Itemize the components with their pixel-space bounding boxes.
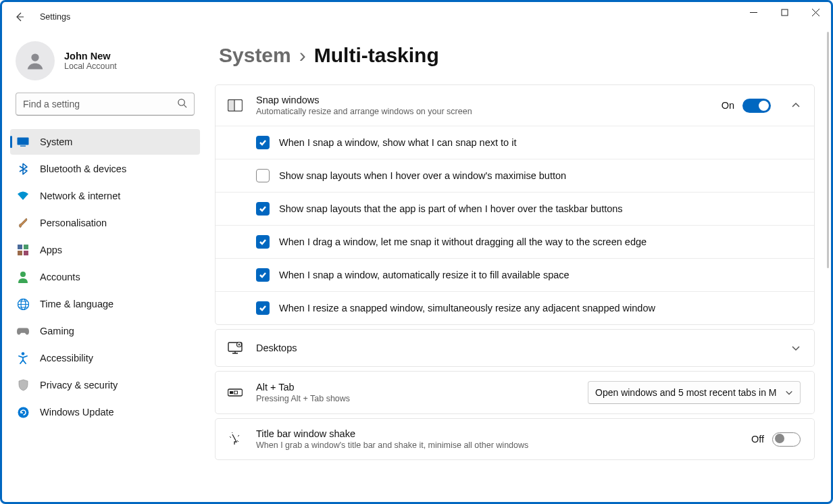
alt-tab-select-value: Open windows and 5 most recent tabs in M (595, 387, 780, 398)
checkbox[interactable] (256, 136, 270, 149)
sidebar: John New Local Account SystemBluetooth &… (2, 32, 208, 502)
snap-option-row[interactable]: Show snap layouts that the app is part o… (216, 192, 814, 225)
sidebar-item-time[interactable]: Time & language (10, 291, 200, 317)
svg-rect-19 (230, 391, 233, 394)
snap-windows-header[interactable]: Snap windows Automatically resize and ar… (216, 85, 814, 126)
update-icon (17, 406, 29, 418)
sidebar-item-update[interactable]: Windows Update (10, 399, 200, 425)
alt-tab-card: Alt + Tab Pressing Alt + Tab shows Open … (215, 371, 815, 414)
svg-rect-8 (24, 251, 28, 255)
minimize-button[interactable] (738, 2, 769, 22)
alt-tab-select[interactable]: Open windows and 5 most recent tabs in M (588, 381, 801, 404)
svg-rect-6 (24, 245, 28, 249)
sidebar-item-bluetooth[interactable]: Bluetooth & devices (10, 156, 200, 182)
snap-windows-card: Snap windows Automatically resize and ar… (215, 84, 815, 325)
breadcrumb: System › Multi-tasking (219, 44, 815, 67)
sidebar-item-apps[interactable]: Apps (10, 237, 200, 263)
desktops-card[interactable]: Desktops (215, 329, 815, 367)
alt-tab-title: Alt + Tab (256, 382, 576, 393)
accessibility-icon (17, 352, 29, 364)
wifi-icon (17, 190, 29, 202)
apps-icon (17, 244, 29, 256)
sidebar-item-accessibility[interactable]: Accessibility (10, 345, 200, 371)
svg-point-12 (22, 352, 25, 355)
svg-rect-15 (228, 100, 234, 111)
chevron-up-icon (791, 101, 801, 110)
svg-point-2 (178, 99, 184, 105)
close-button[interactable] (800, 2, 831, 22)
sidebar-item-accounts[interactable]: Accounts (10, 264, 200, 290)
snap-subtitle: Automatically resize and arrange windows… (256, 107, 709, 116)
breadcrumb-parent[interactable]: System (219, 44, 291, 67)
svg-point-1 (31, 53, 39, 61)
shake-toggle-label: Off (751, 434, 764, 445)
snap-option-row[interactable]: When I drag a window, let me snap it wit… (216, 225, 814, 258)
sidebar-item-label: Privacy & security (40, 380, 118, 390)
svg-point-9 (20, 272, 26, 277)
sidebar-item-label: System (40, 136, 72, 147)
checkbox[interactable] (256, 202, 270, 216)
profile-subtitle: Local Account (64, 61, 117, 71)
sidebar-item-privacy[interactable]: Privacy & security (10, 372, 200, 398)
bluetooth-icon (17, 163, 29, 175)
snap-option-label: Show snap layouts that the app is part o… (279, 203, 623, 214)
snap-option-row[interactable]: When I resize a snapped window, simultan… (216, 291, 814, 324)
window-title: Settings (40, 12, 70, 22)
sidebar-item-personalisation[interactable]: Personalisation (10, 210, 200, 236)
snap-option-label: Show snap layouts when I hover over a wi… (279, 170, 566, 181)
alt-tab-subtitle: Pressing Alt + Tab shows (256, 394, 576, 403)
breadcrumb-current: Multi-tasking (314, 44, 439, 67)
search-box[interactable] (16, 93, 195, 116)
back-button[interactable] (14, 11, 25, 22)
shake-icon (226, 430, 244, 448)
snap-option-label: When I snap a window, automatically resi… (279, 270, 570, 280)
svg-rect-5 (18, 245, 22, 249)
checkbox[interactable] (256, 301, 270, 315)
chevron-right-icon: › (299, 44, 306, 67)
person-icon (17, 271, 29, 283)
sidebar-item-network[interactable]: Network & internet (10, 183, 200, 209)
shake-toggle[interactable] (772, 432, 801, 447)
snap-title: Snap windows (256, 95, 709, 105)
snap-option-row[interactable]: When I snap a window, show what I can sn… (216, 126, 814, 159)
shake-subtitle: When I grab a window's title bar and sha… (256, 440, 739, 450)
sidebar-item-label: Gaming (40, 326, 74, 336)
maximize-button[interactable] (769, 2, 800, 22)
svg-rect-0 (782, 9, 788, 16)
snap-toggle[interactable] (742, 99, 771, 113)
profile-block[interactable]: John New Local Account (2, 41, 208, 93)
svg-rect-4 (20, 146, 26, 147)
alt-tab-icon (226, 384, 244, 401)
chevron-down-icon (785, 388, 793, 397)
snap-option-label: When I resize a snapped window, simultan… (279, 303, 655, 313)
gamepad-icon (17, 325, 29, 337)
title-bar-shake-card: Title bar window shake When I grab a win… (215, 418, 815, 460)
sidebar-item-label: Windows Update (40, 407, 114, 418)
checkbox[interactable] (256, 235, 270, 249)
snap-option-row[interactable]: When I snap a window, automatically resi… (216, 258, 814, 291)
desktops-title: Desktops (256, 343, 771, 353)
snap-icon (226, 97, 244, 114)
svg-point-13 (18, 407, 28, 418)
shake-title: Title bar window shake (256, 428, 739, 439)
profile-name: John New (64, 51, 117, 61)
desktops-icon (226, 339, 244, 357)
sidebar-item-label: Accessibility (40, 353, 93, 363)
checkbox[interactable] (256, 169, 270, 182)
sidebar-item-label: Network & internet (40, 191, 120, 201)
globe-icon (17, 298, 29, 310)
snap-option-row[interactable]: Show snap layouts when I hover over a wi… (216, 159, 814, 192)
checkbox[interactable] (256, 268, 270, 282)
snap-option-label: When I snap a window, show what I can sn… (279, 137, 516, 148)
snap-option-label: When I drag a window, let me snap it wit… (279, 236, 647, 247)
sidebar-item-system[interactable]: System (10, 129, 200, 155)
brush-icon (17, 217, 29, 229)
main-content: System › Multi-tasking Snap windows Auto… (208, 32, 831, 502)
sidebar-item-label: Time & language (40, 299, 113, 309)
search-input[interactable] (23, 99, 177, 109)
sidebar-item-gaming[interactable]: Gaming (10, 318, 200, 344)
svg-rect-7 (18, 251, 22, 255)
avatar (16, 41, 55, 80)
svg-rect-20 (234, 391, 238, 394)
scrollbar-thumb[interactable] (827, 32, 829, 268)
